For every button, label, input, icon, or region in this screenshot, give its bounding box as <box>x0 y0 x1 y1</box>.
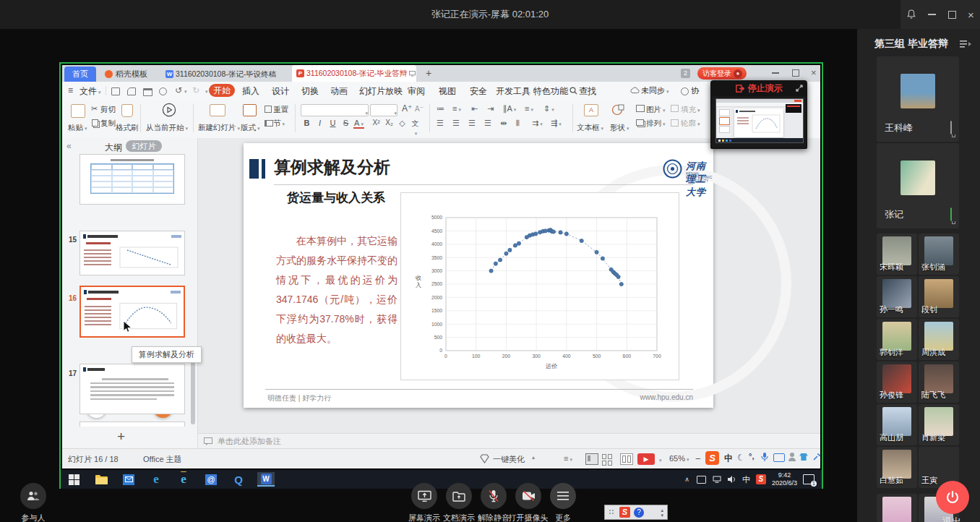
tray-expand-icon[interactable]: ∧ <box>684 476 689 483</box>
beautify-expand-icon[interactable]: ▴ <box>532 454 535 461</box>
ime-fullmoon-icon[interactable]: ☾ <box>737 453 745 463</box>
stop-presenting-button[interactable]: 停止演示 <box>748 82 783 95</box>
distribute-icon[interactable]: ⇹ <box>500 119 507 128</box>
theme-name[interactable]: Office 主题 <box>143 454 182 465</box>
slideshow-options-icon[interactable] <box>658 455 662 463</box>
participant-tile[interactable]: 周洪成 <box>919 319 959 360</box>
participant-tile-featured[interactable]: 张记 <box>877 143 959 228</box>
outline-button[interactable]: 轮廓 <box>681 119 700 129</box>
slideshow-play-button[interactable]: ▶ <box>637 453 655 465</box>
layout-button[interactable]: 版式 <box>241 123 260 133</box>
format-painter-icon[interactable] <box>121 104 133 117</box>
tab-count-badge[interactable]: 2 <box>681 69 690 78</box>
cloud-sync-icon[interactable] <box>630 87 640 94</box>
menu-slideshow[interactable]: 幻灯片放映 <box>359 85 403 98</box>
justify-icon[interactable]: ☰ <box>484 119 491 128</box>
participant-tile[interactable]: 肖新梁 <box>919 404 959 445</box>
menu-animation[interactable]: 动画 <box>330 85 348 98</box>
chart-frame[interactable]: 0500100015002000250030003500400045005000… <box>400 192 679 380</box>
edge-browser-icon[interactable]: e <box>147 472 165 487</box>
ribbon-collapse-icon[interactable] <box>204 85 208 95</box>
at-mail-app-icon[interactable]: @ <box>202 472 220 487</box>
play-from-current-button[interactable]: 从当前开始 <box>146 123 188 133</box>
shapes-button[interactable]: 形状 <box>610 123 629 133</box>
decrease-font-icon[interactable]: A⁻ <box>415 105 424 113</box>
sync-status[interactable]: 未同步 <box>641 85 669 96</box>
new-slide-button[interactable]: 新建幻灯片 <box>198 123 240 133</box>
layout-icon[interactable] <box>243 104 257 116</box>
wps-restore-icon[interactable] <box>792 69 799 77</box>
print-preview-icon[interactable] <box>159 87 167 95</box>
menu-start-active[interactable]: 开始 <box>209 84 235 97</box>
wps-minimize-icon[interactable] <box>772 72 779 74</box>
align-right-icon[interactable]: ☰ <box>468 119 476 128</box>
bold-icon[interactable]: B <box>301 119 312 127</box>
tray-tablet-icon[interactable] <box>697 476 706 484</box>
export-icon[interactable] <box>127 87 136 95</box>
paragraph-mark-icon[interactable]: ≡ <box>525 104 533 113</box>
cut-button[interactable]: 剪切 <box>100 105 116 115</box>
sogou-ime-logo-icon[interactable]: S <box>705 451 719 465</box>
columns-icon[interactable]: ⫴ <box>516 119 520 128</box>
add-slide-button[interactable]: + <box>117 429 125 445</box>
arrange-button[interactable]: 排列 <box>646 119 666 129</box>
mic-active-icon[interactable] <box>950 208 952 221</box>
menu-design[interactable]: 设计 <box>272 85 289 98</box>
participant-tile[interactable]: 孙一鸣 <box>877 276 917 317</box>
expand-preview-icon[interactable] <box>796 85 803 92</box>
ime-punctuation-icon[interactable]: °, <box>749 452 754 461</box>
font-color-icon[interactable]: A <box>353 119 364 129</box>
participants-panel-button[interactable]: 参与人 <box>9 483 57 522</box>
action-center-icon[interactable]: 1 <box>803 474 814 484</box>
participant-tile[interactable]: 陆飞飞 <box>919 361 959 403</box>
undo-dropdown[interactable] <box>183 85 187 95</box>
slide-sorter-icon[interactable] <box>602 453 614 463</box>
close-icon[interactable]: × <box>968 9 974 20</box>
slide-thumbnail[interactable] <box>79 231 185 275</box>
slide-subtitle[interactable]: 货运量与收入关系 <box>287 189 385 206</box>
tab-home[interactable]: 首页 <box>64 67 96 82</box>
section-button[interactable]: 节 <box>273 119 285 129</box>
menu-collaborate[interactable]: 协 <box>691 85 699 96</box>
participant-tile[interactable]: 高山朋 <box>877 404 917 445</box>
mail-app-icon[interactable] <box>120 472 137 487</box>
collaborate-avatar-icon[interactable] <box>681 87 689 95</box>
slide-thumbnail[interactable] <box>79 364 185 414</box>
reading-view-icon[interactable] <box>620 453 633 465</box>
text-direction-icon[interactable]: ∥A <box>503 104 516 114</box>
undo-icon[interactable]: ↺ <box>175 85 182 95</box>
menu-transition[interactable]: 切换 <box>301 85 319 98</box>
paste-button[interactable]: 粘贴 <box>68 123 87 133</box>
superscript-icon[interactable]: X² <box>371 119 382 127</box>
new-tab-button[interactable]: + <box>426 67 431 79</box>
slide-thumbnail-partial[interactable] <box>79 422 185 427</box>
decrease-indent-icon[interactable]: ⇤ <box>471 104 478 114</box>
subscript-icon[interactable]: X₂ <box>384 119 395 127</box>
mic-muted-icon[interactable] <box>950 121 952 134</box>
participant-tile[interactable] <box>877 494 917 522</box>
fill-button[interactable]: 填充 <box>681 105 700 115</box>
menu-devtools[interactable]: 开发工具 <box>496 85 530 98</box>
textbox-icon[interactable]: A <box>584 104 598 116</box>
clear-format-icon[interactable]: ◇ <box>397 119 408 128</box>
shapes-icon[interactable] <box>611 103 624 116</box>
slide-thumbnail[interactable] <box>79 154 185 205</box>
reset-button[interactable]: 重置 <box>273 105 288 115</box>
phonetic-guide-icon[interactable]: 文 <box>410 119 421 137</box>
spacing-icon[interactable]: ⇶ <box>551 119 562 128</box>
q-app-icon[interactable]: Q <box>230 472 247 487</box>
tray-network-icon[interactable] <box>713 476 721 483</box>
tab-thesis-doc[interactable]: W 311602030108-张记-毕设终稿 <box>161 67 277 82</box>
play-from-current-icon[interactable] <box>162 103 176 117</box>
exit-meeting-button[interactable] <box>936 481 969 514</box>
participant-list-toggle-icon[interactable] <box>960 40 971 48</box>
normal-view-icon[interactable] <box>585 453 598 465</box>
screen-preview-thumbnail[interactable] <box>712 96 806 147</box>
search-icon[interactable] <box>569 87 577 95</box>
notes-toggle-icon[interactable]: ≡ <box>564 454 572 463</box>
slide-body-text[interactable]: 在本算例中，其它运输方式的服务水平保持不变的情况下，最优的运价为347.1746… <box>276 231 397 348</box>
tray-ime-indicator[interactable]: 中 <box>742 474 750 485</box>
menu-insert[interactable]: 插入 <box>242 85 259 98</box>
italic-icon[interactable]: I <box>314 119 325 127</box>
slides-tab-active[interactable]: 幻灯片 <box>126 140 162 152</box>
